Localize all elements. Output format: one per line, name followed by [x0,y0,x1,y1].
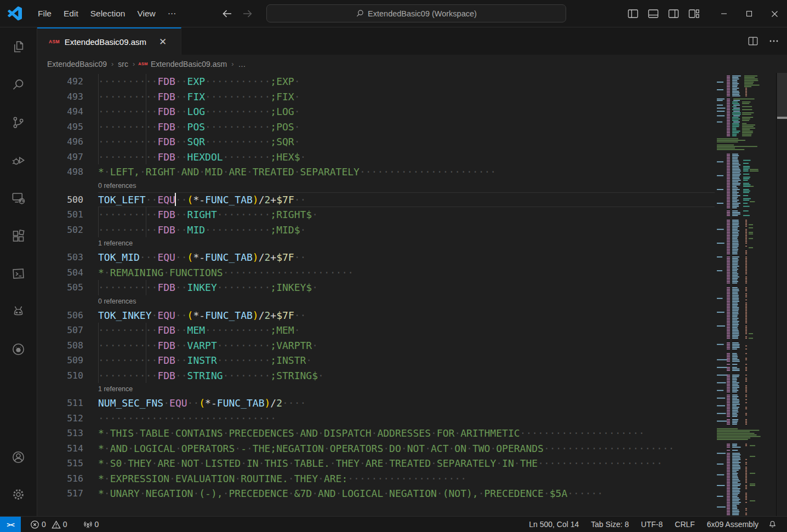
github-icon[interactable] [11,341,26,357]
breadcrumb-project[interactable]: ExtendedBasic09 [46,60,108,68]
menu-selection[interactable]: Selection [84,5,132,22]
code-line-517[interactable]: 517*·UNARY·NEGATION·(-),·PRECEDENCE·&7D·… [37,486,715,501]
code-line-493[interactable]: 493··········FDB··FIX···········;FIX· [37,89,715,105]
code-line-507[interactable]: 507··········FDB··MEM···········;MEM· [37,323,715,338]
codelens[interactable]: 1 reference [37,383,715,396]
line-number[interactable]: 495 [37,119,83,135]
split-editor-icon[interactable] [747,35,759,47]
vertical-scrollbar[interactable] [776,73,787,516]
go-back-icon[interactable] [219,6,235,21]
line-number[interactable]: 517 [37,486,83,501]
code-line-503[interactable]: 503TOK_MID···EQU··(*-FUNC_TAB)/2+$7F·· [37,250,715,265]
toggle-secondary-sidebar-icon[interactable] [667,7,680,20]
line-number[interactable]: 508 [37,338,83,353]
line-number[interactable]: 503 [37,250,83,265]
code-line-512[interactable]: 512······························ [37,411,715,426]
line-number[interactable]: 500 [37,192,83,208]
line-number[interactable]: 497 [37,150,83,165]
line-number[interactable]: 511 [37,396,83,411]
cursor-position[interactable]: Ln 500, Col 14 [524,520,584,529]
codelens[interactable]: 0 references [37,295,715,308]
line-number[interactable]: 510 [37,368,83,384]
code-line-513[interactable]: 513*·THIS·TABLE·CONTAINS·PRECEDENCES·AND… [37,426,715,441]
code-line-492[interactable]: 492··········FDB··EXP···········;EXP· [37,74,715,89]
remote-indicator[interactable]: >< [0,517,21,532]
code-line-515[interactable]: 515*·S0·THEY·ARE·NOT·LISTED·IN·THIS·TABL… [37,456,715,471]
code-line-497[interactable]: 497··········FDB··HEXDOL········;HEX$· [37,150,715,165]
line-number[interactable]: 501 [37,207,83,222]
explorer-icon[interactable] [11,39,26,54]
line-number[interactable]: 504 [37,265,83,281]
codelens[interactable]: 0 references [37,180,715,192]
toggle-primary-sidebar-icon[interactable] [626,7,640,20]
notifications-bell-icon[interactable] [766,520,783,529]
minimize-button[interactable] [711,0,737,27]
breadcrumb-src[interactable]: src [117,60,129,68]
menu-more[interactable]: ⋯ [162,5,183,22]
line-number[interactable]: 493 [37,89,83,105]
run-debug-icon[interactable] [11,152,26,168]
menu-file[interactable]: File [32,5,58,22]
code-line-494[interactable]: 494··········FDB··LOG···········;LOG· [37,104,715,119]
code-line-509[interactable]: 509··········FDB··INSTR·········;INSTR· [37,353,715,368]
line-number[interactable]: 507 [37,323,83,338]
ports-indicator[interactable]: 0 [81,520,102,529]
line-number[interactable]: 492 [37,74,83,89]
toggle-panel-icon[interactable] [647,7,660,20]
command-center-search[interactable]: ExtendedBasic09 (Workspace) [266,4,566,22]
code-line-511[interactable]: 511NUM_SEC_FNS·EQU··(*-FUNC_TAB)/2···· [37,396,715,411]
code-line-498[interactable]: 498*·LEFT,·RIGHT·AND·MID·ARE·TREATED·SEP… [37,164,715,180]
line-number[interactable]: 516 [37,471,83,487]
indentation[interactable]: Tab Size: 8 [586,520,634,529]
eol-sequence[interactable]: CRLF [670,520,700,529]
line-number[interactable]: 515 [37,456,83,471]
go-forward-icon[interactable] [240,6,255,21]
line-number[interactable]: 498 [37,164,83,180]
breadcrumb-symbol[interactable]: … [237,60,247,68]
tab-close-icon[interactable]: ✕ [157,36,169,48]
line-number[interactable]: 496 [37,134,83,150]
line-number[interactable]: 513 [37,426,83,441]
source-control-icon[interactable] [11,115,26,130]
codelens[interactable]: 1 reference [37,237,715,250]
code-line-495[interactable]: 495··········FDB··POS···········;POS· [37,119,715,135]
code-line-506[interactable]: 506TOK_INKEY·EQU··(*-FUNC_TAB)/2+$7F·· [37,308,715,323]
code-line-508[interactable]: 508··········FDB··VARPT·········;VARPTR· [37,338,715,353]
minimap[interactable] [715,73,776,516]
language-mode[interactable]: 6x09 Assembly [702,520,763,529]
search-icon[interactable] [11,77,26,92]
tab-extendedbasic09-asm[interactable]: ASM ExtendedBasic09.asm ✕ [37,27,181,55]
robot-icon[interactable] [11,304,26,319]
code-line-514[interactable]: 514*·AND·LOGICAL·OPERATORS·-·THE;NEGATIO… [37,441,715,456]
menu-view[interactable]: View [131,5,161,22]
code-line-510[interactable]: 510··········FDB··STRING········;STRING$… [37,368,715,384]
code-line-504[interactable]: 504*·REMAINING·FUNCTIONS················… [37,265,715,281]
close-window-button[interactable] [762,0,787,27]
code-line-501[interactable]: 501··········FDB··RIGHT·········;RIGHT$· [37,207,715,222]
remote-explorer-icon[interactable] [11,190,26,205]
code-line-500[interactable]: 500TOK_LEFT··EQU··(*-FUNC_TAB)/2+$7F·· [37,192,715,208]
maximize-button[interactable] [737,0,762,27]
line-number[interactable]: 494 [37,104,83,119]
problems-indicator[interactable]: 0 0 [27,520,70,529]
line-number[interactable]: 512 [37,411,83,426]
line-number[interactable]: 509 [37,353,83,368]
line-number[interactable]: 502 [37,222,83,238]
code-line-505[interactable]: 505··········FDB··INKEY·········;INKEY$· [37,280,715,295]
terminal-box-icon[interactable] [11,266,26,281]
settings-gear-icon[interactable] [11,487,26,502]
line-number[interactable]: 514 [37,441,83,456]
line-number[interactable]: 506 [37,308,83,323]
breadcrumb-file[interactable]: ExtendedBasic09.asm [150,60,228,68]
menu-edit[interactable]: Edit [58,5,84,22]
extensions-icon[interactable] [11,228,26,243]
more-actions-icon[interactable] [768,36,779,47]
customize-layout-icon[interactable] [687,7,700,20]
account-icon[interactable] [11,449,26,465]
encoding[interactable]: UTF-8 [636,520,668,529]
code-line-516[interactable]: 516*·EXPRESSION·EVALUATION·ROUTINE.·THEY… [37,471,715,487]
line-number[interactable]: 505 [37,280,83,295]
scrollbar-thumb[interactable] [777,73,787,117]
code-line-496[interactable]: 496··········FDB··SQR···········;SQR· [37,134,715,150]
code-editor[interactable]: 492··········FDB··EXP···········;EXP·493… [37,73,787,516]
